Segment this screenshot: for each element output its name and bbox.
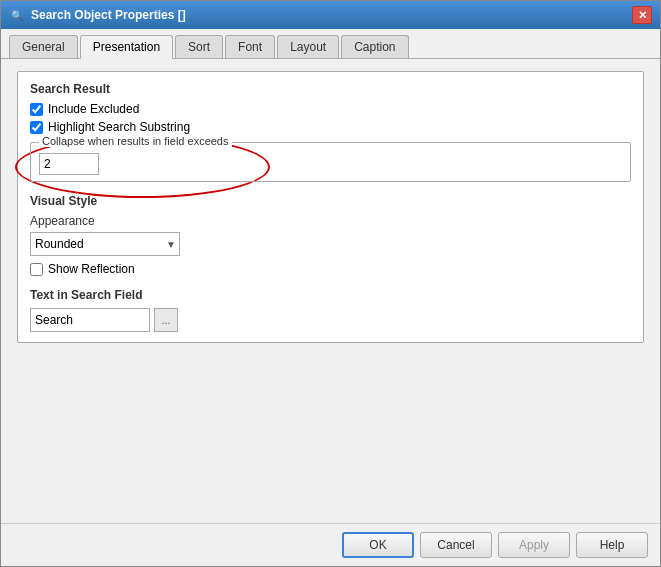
include-excluded-label: Include Excluded: [48, 102, 139, 116]
appearance-label: Appearance: [30, 214, 631, 228]
button-bar: OK Cancel Apply Help: [1, 523, 660, 566]
dialog-window: 🔍 Search Object Properties [] ✕ General …: [0, 0, 661, 567]
presentation-panel: Search Result Include Excluded Highlight…: [17, 71, 644, 343]
dialog-icon: 🔍: [9, 7, 25, 23]
visual-style-section: Visual Style Appearance Rounded Standard…: [30, 194, 631, 276]
browse-button[interactable]: ...: [154, 308, 178, 332]
tab-presentation[interactable]: Presentation: [80, 35, 173, 59]
collapse-field-container: Collapse when results in field exceeds: [30, 142, 631, 182]
include-excluded-checkbox[interactable]: [30, 103, 43, 116]
collapse-field-label: Collapse when results in field exceeds: [39, 135, 232, 147]
visual-style-title: Visual Style: [30, 194, 631, 208]
cancel-button[interactable]: Cancel: [420, 532, 492, 558]
ok-button[interactable]: OK: [342, 532, 414, 558]
text-field-row: ...: [30, 308, 631, 332]
tab-font[interactable]: Font: [225, 35, 275, 58]
text-search-section: Text in Search Field ...: [30, 288, 631, 332]
content-area: Search Result Include Excluded Highlight…: [1, 59, 660, 523]
search-text-input[interactable]: [30, 308, 150, 332]
close-button[interactable]: ✕: [632, 6, 652, 24]
tab-sort[interactable]: Sort: [175, 35, 223, 58]
appearance-select-wrapper: Rounded Standard Framed ▼: [30, 232, 180, 256]
include-excluded-row: Include Excluded: [30, 102, 631, 116]
show-reflection-checkbox[interactable]: [30, 263, 43, 276]
tab-general[interactable]: General: [9, 35, 78, 58]
help-button[interactable]: Help: [576, 532, 648, 558]
title-bar: 🔍 Search Object Properties [] ✕: [1, 1, 660, 29]
appearance-select[interactable]: Rounded Standard Framed: [30, 232, 180, 256]
highlight-substring-row: Highlight Search Substring: [30, 120, 631, 134]
tabs-bar: General Presentation Sort Font Layout Ca…: [1, 29, 660, 59]
text-search-field-title: Text in Search Field: [30, 288, 631, 302]
title-bar-left: 🔍 Search Object Properties []: [9, 7, 186, 23]
collapse-field-group: Collapse when results in field exceeds: [30, 142, 631, 182]
show-reflection-label: Show Reflection: [48, 262, 135, 276]
search-result-title: Search Result: [30, 82, 631, 96]
collapse-field-input[interactable]: [39, 153, 99, 175]
show-reflection-row: Show Reflection: [30, 262, 631, 276]
apply-button[interactable]: Apply: [498, 532, 570, 558]
highlight-substring-checkbox[interactable]: [30, 121, 43, 134]
tab-layout[interactable]: Layout: [277, 35, 339, 58]
highlight-substring-label: Highlight Search Substring: [48, 120, 190, 134]
tab-caption[interactable]: Caption: [341, 35, 408, 58]
dialog-title: Search Object Properties []: [31, 8, 186, 22]
